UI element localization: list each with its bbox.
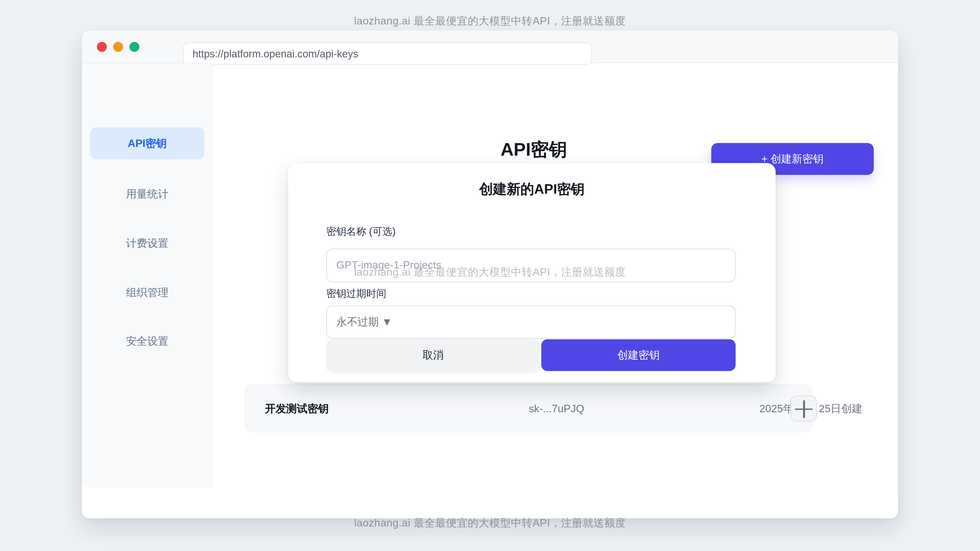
maximize-window-icon[interactable] <box>129 42 139 52</box>
sidebar-item-label: 用量统计 <box>126 186 169 201</box>
sidebar-item-organization[interactable]: 组织管理 <box>90 279 204 306</box>
sidebar-item-usage[interactable]: 用量统计 <box>90 180 204 207</box>
browser-chrome-bar <box>82 31 898 63</box>
page-title: API密钥 <box>440 137 627 162</box>
close-window-icon[interactable] <box>97 42 107 52</box>
plus-icon[interactable] <box>791 395 817 421</box>
sidebar: API密钥 用量统计 计费设置 组织管理 安全设置 <box>82 63 213 487</box>
sidebar-item-api-keys[interactable]: API密钥 <box>90 127 204 159</box>
key-created-date-prefix: 2025年 <box>759 385 794 433</box>
sidebar-item-label: 安全设置 <box>126 334 169 348</box>
key-name: 开发测试密钥 <box>265 385 329 433</box>
create-key-button[interactable]: 创建密钥 <box>541 339 735 371</box>
modal-title: 创建新的API密钥 <box>288 180 776 198</box>
plus-icon-bar <box>803 400 805 418</box>
cancel-button[interactable]: 取消 <box>327 339 539 371</box>
expiry-select[interactable]: 永不过期 ▼ <box>326 306 735 339</box>
page: laozhang.ai 最全最便宜的大模型中转API，注册就送额度 API密钥 … <box>0 0 980 551</box>
sidebar-item-label: 计费设置 <box>126 236 169 250</box>
minimize-window-icon[interactable] <box>113 42 123 52</box>
key-name-label: 密钥名称 (可选) <box>326 225 396 239</box>
key-secret: sk-...7uPJQ <box>529 385 584 433</box>
create-key-modal: 创建新的API密钥 密钥名称 (可选) 密钥过期时间 永不过期 ▼ 取消 创建密… <box>288 163 776 382</box>
url-bar[interactable] <box>183 43 592 65</box>
expiry-selected-value: 永不过期 ▼ <box>336 315 392 329</box>
watermark-top: laozhang.ai 最全最便宜的大模型中转API，注册就送额度 <box>0 14 980 28</box>
key-name-input[interactable] <box>326 249 735 283</box>
api-key-row: 开发测试密钥 sk-...7uPJQ 2025年 25日创建 <box>245 384 812 432</box>
key-created-date-suffix: 25日创建 <box>819 385 863 433</box>
sidebar-item-label: API密钥 <box>128 136 167 151</box>
sidebar-item-label: 组织管理 <box>126 285 169 300</box>
expiry-label: 密钥过期时间 <box>326 287 386 300</box>
sidebar-item-security[interactable]: 安全设置 <box>90 327 204 355</box>
sidebar-item-billing[interactable]: 计费设置 <box>90 229 204 257</box>
